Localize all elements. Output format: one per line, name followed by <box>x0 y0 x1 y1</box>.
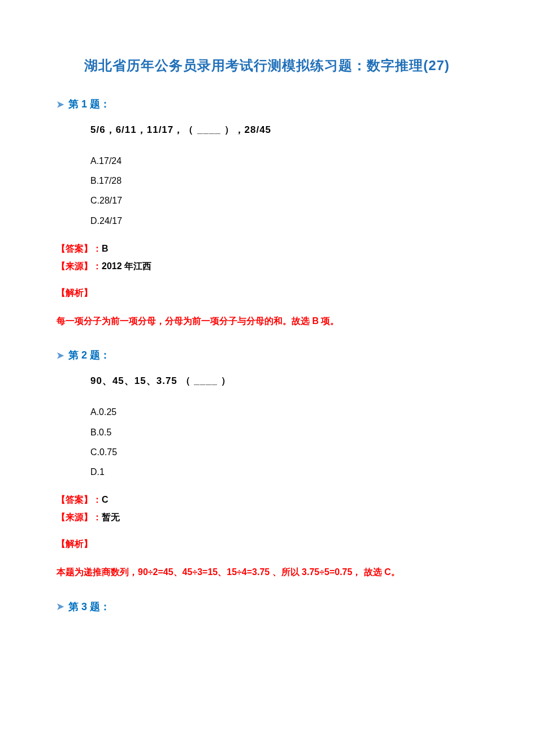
option-c: C.0.75 <box>90 442 477 462</box>
source-label: 【来源】： <box>57 261 102 271</box>
question-2-analysis-content: 本题为递推商数列，90÷2=45、45÷3=15、15÷4=3.75 、所以 3… <box>57 565 477 580</box>
page-title: 湖北省历年公务员录用考试行测模拟练习题：数字推理(27) <box>57 57 477 75</box>
option-a: A.0.25 <box>90 402 477 422</box>
question-2-header: ➤ 第 2 题： <box>57 348 477 362</box>
source-value: 2012 年江西 <box>102 261 151 271</box>
bullet-icon: ➤ <box>57 601 64 612</box>
question-1-analysis-label: 【解析】 <box>57 287 477 299</box>
question-1-sequence: 5/6，6/11，11/17，（ ____ ），28/45 <box>90 123 477 136</box>
bullet-icon: ➤ <box>57 350 64 361</box>
question-1-answer: 【答案】：B <box>57 243 477 255</box>
question-1-analysis-content: 每一项分子为前一项分母，分母为前一项分子与分母的和。故选 B 项。 <box>57 314 477 329</box>
question-2-source: 【来源】：暂无 <box>57 512 477 524</box>
option-d: D.24/17 <box>90 211 477 231</box>
answer-value: C <box>102 495 108 504</box>
question-2-options: A.0.25 B.0.5 C.0.75 D.1 <box>90 402 477 482</box>
question-1-header: ➤ 第 1 题： <box>57 97 477 111</box>
question-2-answer: 【答案】：C <box>57 494 477 506</box>
question-2-analysis-label: 【解析】 <box>57 538 477 550</box>
option-b: B.0.5 <box>90 422 477 442</box>
option-b: B.17/28 <box>90 171 477 191</box>
source-label: 【来源】： <box>57 512 102 522</box>
question-1-source: 【来源】：2012 年江西 <box>57 261 477 273</box>
answer-value: B <box>102 244 108 253</box>
question-1-options: A.17/24 B.17/28 C.28/17 D.24/17 <box>90 151 477 231</box>
question-3-header: ➤ 第 3 题： <box>57 600 477 614</box>
answer-label: 【答案】： <box>57 495 102 504</box>
question-3-label: 第 3 题： <box>68 600 110 614</box>
question-1-label: 第 1 题： <box>68 97 110 111</box>
option-a: A.17/24 <box>90 151 477 171</box>
bullet-icon: ➤ <box>57 99 64 110</box>
option-d: D.1 <box>90 462 477 482</box>
option-c: C.28/17 <box>90 191 477 210</box>
answer-label: 【答案】： <box>57 244 102 253</box>
source-value: 暂无 <box>102 512 120 522</box>
question-2-sequence: 90、45、15、3.75 （ ____ ） <box>90 374 477 387</box>
question-2-label: 第 2 题： <box>68 348 110 362</box>
